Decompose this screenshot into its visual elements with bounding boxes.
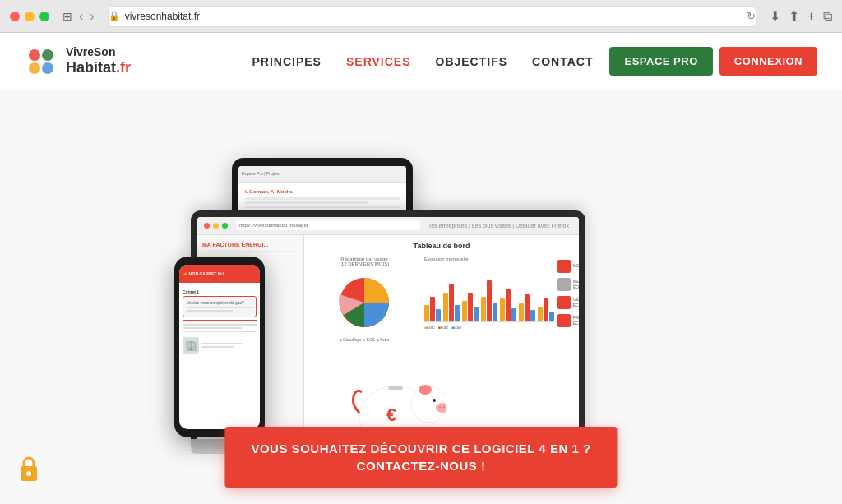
phone-addr-line-2	[201, 346, 234, 348]
svg-point-3	[42, 62, 53, 74]
tablet-line-3	[245, 206, 400, 208]
bar-eau	[436, 309, 441, 321]
svg-point-2	[29, 62, 40, 74]
bar-elec	[424, 305, 429, 321]
bar-elec	[481, 297, 486, 321]
right-panel-icon-3	[557, 296, 571, 309]
phone-screen: ⚡ MON CARNET NU... Carnet 1 Voulez-vous …	[179, 265, 260, 429]
lb-close	[204, 223, 210, 229]
right-panel-text-2: MES ÉQUIPEMENTS	[573, 279, 579, 289]
browser-controls: ⊞ ‹ ›	[62, 10, 95, 23]
navbar: VivreSon Habitat.fr PRINCIPES SERVICES O…	[0, 33, 842, 90]
nav-links: PRINCIPES SERVICES OBJECTIFS CONTACT	[252, 54, 593, 69]
grid-icon: ⊞	[62, 10, 72, 23]
phone-line-3	[183, 324, 257, 326]
lb-minimize	[213, 223, 219, 229]
tablet-line-2	[245, 201, 368, 204]
bar-group	[538, 298, 554, 321]
reload-icon[interactable]: ↻	[747, 10, 756, 22]
share-button[interactable]: ⬆	[789, 8, 799, 24]
logo-habitat: Habitat.fr	[66, 59, 131, 77]
cta-container: VOUS SOUHAITEZ DÉCOUVRIR CE LOGICIEL 4 E…	[224, 427, 617, 488]
bar-eau	[474, 307, 479, 321]
website: VivreSon Habitat.fr PRINCIPES SERVICES O…	[0, 33, 842, 504]
logo-text: VivreSon Habitat.fr	[66, 45, 131, 76]
bar-chart-title: Évolution mensuelle	[424, 257, 554, 261]
lock-icon-badge	[16, 455, 41, 484]
pie-chart	[331, 270, 397, 335]
bar-gaz	[506, 289, 511, 321]
bar-chart-container: Évolution mensuelle ■Élec ■Gaz ■Ea	[424, 257, 554, 342]
connexion-button[interactable]: CONNEXION	[719, 47, 817, 76]
phone-line-2	[187, 310, 233, 312]
bar-group	[462, 293, 479, 321]
bar-elec	[443, 293, 448, 321]
laptop-charts-area: Répartition par usage(12 DERNIERS MOIS)	[311, 257, 572, 342]
bar-elec	[500, 298, 505, 321]
svg-point-19	[26, 471, 31, 476]
add-tab-button[interactable]: +	[807, 9, 815, 24]
phone-line-4	[183, 327, 242, 329]
right-panel-item-3: GÉRER MES ÉCONOMIES	[557, 296, 579, 309]
svg-point-10	[439, 405, 442, 408]
minimize-button[interactable]	[25, 12, 35, 21]
maximize-button[interactable]	[39, 12, 49, 21]
laptop-right-panel: MES BILANS MES ÉQUIPEMENTS	[554, 257, 579, 342]
pie-legend: ■ Chauffage ■ ECS ■ Autre	[311, 337, 418, 342]
espace-pro-button[interactable]: ESPACE PRO	[609, 47, 712, 76]
phone-notch	[207, 260, 232, 264]
right-panel-icon-4	[557, 314, 571, 327]
nav-contact[interactable]: CONTACT	[532, 55, 593, 68]
svg-point-11	[443, 405, 446, 408]
phone-addr-line-1	[201, 343, 243, 344]
lock-icon: 🔒	[109, 11, 120, 21]
cta-line1: VOUS SOUHAITEZ DÉCOUVRIR CE LOGICIEL 4 E…	[251, 442, 590, 455]
logo-icon	[25, 45, 58, 78]
forward-button[interactable]: ›	[90, 10, 94, 23]
bar-eau	[530, 310, 535, 321]
logo[interactable]: VivreSon Habitat.fr	[25, 45, 131, 78]
traffic-lights	[10, 12, 49, 21]
bar-gaz	[544, 298, 548, 321]
svg-point-1	[42, 49, 53, 61]
laptop-main-title: Tableau de bord	[311, 242, 572, 250]
browser-actions: ⬇ ⬆ + ⧉	[770, 8, 832, 24]
tablet-title: I. Gorman, A. Mocha	[245, 189, 400, 194]
address-bar[interactable]: 🔒 vivresonhabitat.fr ↻	[108, 6, 756, 27]
cta-button[interactable]: VOUS SOUHAITEZ DÉCOUVRIR CE LOGICIEL 4 E…	[224, 427, 617, 488]
copy-tab-button[interactable]: ⧉	[823, 9, 832, 24]
phone-content-box-1: Voulez-vous compléter de gaz?	[183, 296, 257, 317]
devices-container: Espace Pro | Projets I. Gorman, A. Mocha…	[0, 141, 842, 454]
bar-eau	[511, 308, 516, 321]
bar-group	[481, 280, 497, 321]
lb-tabs: Tes entreprises | Les plus visités | Déb…	[428, 223, 569, 229]
nav-objectifs[interactable]: OBJECTIFS	[436, 55, 508, 68]
download-button[interactable]: ⬇	[770, 8, 780, 24]
phone-content: Carnet 1 Voulez-vous compléter de gaz? 🏢	[179, 283, 260, 357]
bar-group	[500, 289, 516, 321]
bar-gaz	[525, 294, 530, 321]
svg-point-8	[433, 399, 436, 402]
lb-address-bar: https://vivresonhabitat.fr/usager	[236, 220, 420, 230]
tablet-line-1	[245, 197, 400, 200]
bar-gaz	[487, 280, 492, 321]
laptop-sidebar-header: MA FACTURE ÉNERGI...	[202, 242, 298, 252]
phone-divider	[183, 320, 257, 321]
hero-section: Espace Pro | Projets I. Gorman, A. Mocha…	[0, 90, 842, 504]
bar-gaz	[449, 284, 454, 321]
bar-legend: ■Élec ■Gaz ■Eau	[424, 325, 554, 330]
bar-gaz	[468, 293, 473, 321]
right-panel-text-4: FAIRE DES ÉCONOMIES	[573, 315, 579, 326]
svg-rect-17	[388, 386, 403, 390]
back-button[interactable]: ‹	[79, 10, 83, 23]
cta-line2: CONTACTEZ-NOUS !	[357, 459, 486, 473]
right-panel-icon-1	[557, 260, 571, 273]
nav-principes[interactable]: PRINCIPES	[252, 55, 321, 68]
right-panel-icon-2	[557, 278, 571, 291]
close-button[interactable]	[10, 12, 20, 21]
phone-building: 🏢	[183, 337, 257, 354]
phone-screen-header: ⚡ MON CARNET NU...	[179, 265, 260, 283]
lock-badge	[16, 455, 41, 488]
browser-chrome: ⊞ ‹ › 🔒 vivresonhabitat.fr ↻ ⬇ ⬆ + ⧉	[0, 0, 842, 33]
nav-services[interactable]: SERVICES	[346, 55, 411, 68]
